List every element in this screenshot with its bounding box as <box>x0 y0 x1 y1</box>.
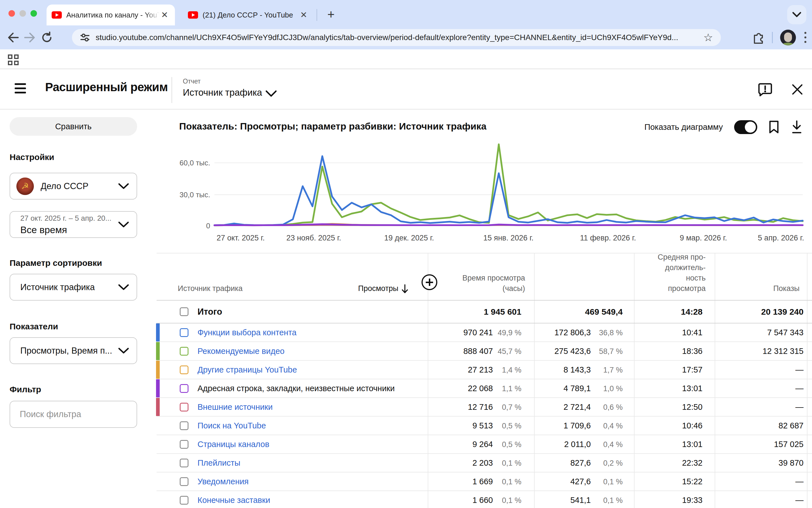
address-bar[interactable]: studio.youtube.com/channel/UCh9XF4O5wlFY… <box>72 29 721 46</box>
avg-duration-value: 10:41 <box>682 328 703 337</box>
x-tick-label: 5 апр. 2026 г. <box>758 234 804 243</box>
watch-time-percent: 0,6 % <box>591 403 623 412</box>
profile-avatar[interactable] <box>780 30 796 45</box>
save-report-bookmark-icon[interactable] <box>769 120 779 134</box>
traffic-source-link[interactable]: Рекомендуемые видео <box>197 347 284 356</box>
compare-button[interactable]: Сравнить <box>10 117 137 136</box>
hammer-and-sickle-icon: ☭ <box>21 181 29 191</box>
window-zoom-button[interactable] <box>31 10 37 17</box>
studio-header: Расширенный режим Отчет Источник трафика <box>0 70 812 110</box>
watch-time-percent: 0,1 % <box>591 477 623 486</box>
views-percent: 1,4 % <box>493 366 522 375</box>
impressions-value: — <box>795 496 804 505</box>
menu-icon[interactable] <box>15 83 26 93</box>
row-color-strip <box>156 361 160 379</box>
chevron-down-icon[interactable] <box>265 90 277 97</box>
show-chart-toggle[interactable] <box>734 120 757 134</box>
traffic-source-link[interactable]: Конечные заставки <box>197 496 270 505</box>
totals-checkbox[interactable] <box>180 307 188 316</box>
watch-time-value: 275 423,6 <box>554 347 591 356</box>
channel-select[interactable]: ☭ Дело СССР <box>10 173 137 200</box>
views-value: 2 203 <box>472 458 493 468</box>
row-checkbox[interactable] <box>180 421 188 430</box>
watch-time-percent: 0,1 % <box>591 496 623 505</box>
close-icon[interactable] <box>791 83 804 96</box>
impressions-value: 157 025 <box>774 440 804 449</box>
traffic-source-link[interactable]: Страницы каналов <box>197 440 269 449</box>
add-metric-button[interactable] <box>421 274 437 290</box>
watch-time-value: 427,6 <box>570 477 591 486</box>
traffic-source-link[interactable]: Другие страницы YouTube <box>197 365 297 375</box>
table-row: Уведомления1 6690,1 %427,60,1 %15:22— <box>156 472 812 491</box>
x-tick-label: 19 дек. 2025 г. <box>384 234 434 243</box>
impressions-value: 12 312 315 <box>763 347 804 356</box>
reload-button[interactable] <box>38 29 55 46</box>
browser-tab-analytics[interactable]: Аналитика по каналу - YouTube ✕ <box>47 4 175 26</box>
tab-search-button[interactable] <box>787 5 806 24</box>
report-title: Показатель: Просмотры; параметр разбивки… <box>179 121 486 132</box>
column-header-avg-duration[interactable]: Средняя про- должитель- ность просмотра <box>658 252 706 294</box>
tab-close-icon[interactable]: ✕ <box>299 10 309 20</box>
report-selector[interactable]: Источник трафика <box>183 87 262 98</box>
youtube-favicon <box>52 11 62 18</box>
back-button[interactable] <box>4 29 21 46</box>
traffic-source-link[interactable]: Функции выбора контента <box>197 328 297 337</box>
avg-duration-value: 12:50 <box>682 403 703 412</box>
window-minimize-button[interactable] <box>19 10 26 17</box>
views-value: 9 513 <box>472 421 493 430</box>
traffic-source-link[interactable]: Внешние источники <box>197 403 273 412</box>
column-header-watch-time[interactable]: Время просмотра (часы) <box>462 273 525 294</box>
views-value: 1 669 <box>472 477 493 486</box>
sort-select[interactable]: Источник трафика <box>10 274 137 301</box>
table-totals-row: Итого 1 945 601 469 549,4 14:28 20 139 2… <box>156 301 812 324</box>
table-row: Внешние источники12 7160,7 %2 721,40,6 %… <box>156 398 812 417</box>
row-checkbox[interactable] <box>180 440 188 449</box>
filter-search-input[interactable] <box>10 401 137 428</box>
bookmarks-bar <box>0 49 812 69</box>
totals-label: Итого <box>197 307 222 317</box>
tab-close-icon[interactable]: ✕ <box>160 10 170 20</box>
table-row: Конечные заставки1 6600,1 %541,10,1 %19:… <box>156 491 812 508</box>
views-percent: 0,7 % <box>493 403 522 412</box>
window-close-button[interactable] <box>8 10 15 17</box>
window-controls <box>8 10 37 17</box>
download-icon[interactable] <box>791 120 803 134</box>
feedback-icon[interactable] <box>758 82 772 97</box>
traffic-source-link[interactable]: Плейлисты <box>197 458 240 468</box>
table-row: Рекомендуемые видео888 40745,7 %275 423,… <box>156 342 812 361</box>
new-tab-button[interactable]: + <box>323 7 339 22</box>
browser-tab-channel[interactable]: (21) Дело СССР - YouTube ✕ <box>183 4 314 26</box>
date-range-detail: 27 окт. 2025 г. – 5 апр. 20... <box>20 214 111 223</box>
bookmark-star-icon[interactable]: ☆ <box>704 31 713 44</box>
traffic-sources-line-chart[interactable] <box>158 142 812 227</box>
watch-time-value: 1 709,6 <box>563 421 591 430</box>
column-header-views[interactable]: Просмотры <box>358 283 409 294</box>
apps-grid-icon[interactable] <box>8 54 18 65</box>
row-checkbox[interactable] <box>180 384 188 393</box>
column-header-source[interactable]: Источник трафика <box>178 283 243 294</box>
column-header-impressions[interactable]: Показы <box>773 283 800 294</box>
metrics-select[interactable]: Просмотры, Время п... <box>10 337 137 364</box>
row-checkbox[interactable] <box>180 366 188 374</box>
impressions-value: — <box>795 403 804 412</box>
row-checkbox[interactable] <box>180 496 188 505</box>
row-checkbox[interactable] <box>180 459 188 467</box>
extensions-icon[interactable] <box>752 31 765 44</box>
browser-menu-icon[interactable] <box>803 31 808 44</box>
views-value: 1 660 <box>472 496 493 505</box>
traffic-source-link[interactable]: Поиск на YouTube <box>197 421 266 430</box>
impressions-value: — <box>795 477 804 486</box>
totals-avg-duration: 14:28 <box>681 307 703 316</box>
avg-duration-value: 18:36 <box>682 347 703 356</box>
filter-heading: Фильтр <box>10 385 41 394</box>
date-range-select[interactable]: 27 окт. 2025 г. – 5 апр. 20... Все время <box>10 211 137 238</box>
row-checkbox[interactable] <box>180 328 188 337</box>
site-settings-icon[interactable] <box>80 33 90 43</box>
row-checkbox[interactable] <box>180 477 188 486</box>
forward-button[interactable] <box>21 29 38 46</box>
row-checkbox[interactable] <box>180 347 188 355</box>
row-checkbox[interactable] <box>180 403 188 412</box>
report-label: Отчет <box>183 78 200 85</box>
totals-views: 1 945 601 <box>484 307 522 316</box>
traffic-source-link[interactable]: Уведомления <box>197 477 249 486</box>
